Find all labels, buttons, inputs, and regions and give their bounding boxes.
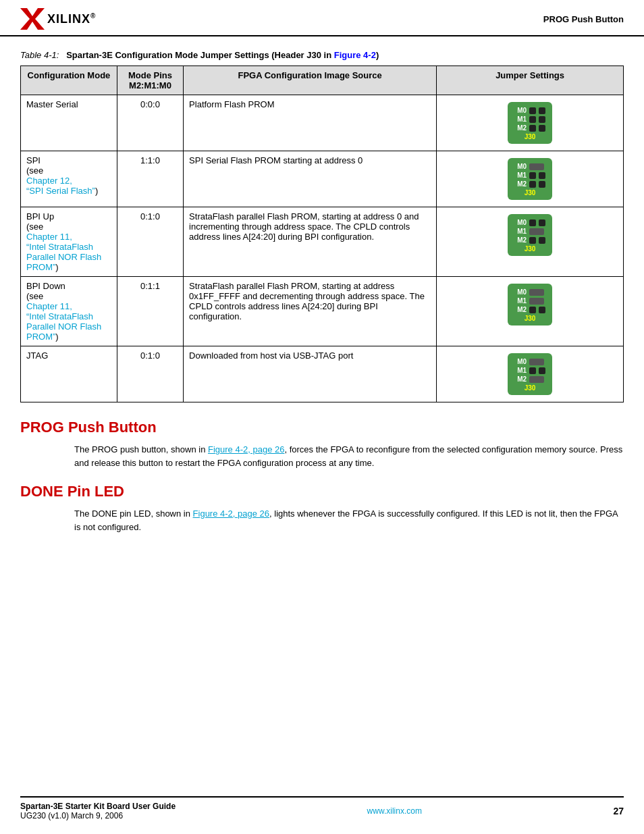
caption-bold: Spartan-3E Configuration Mode Jumper Set… [66, 50, 379, 60]
done-link[interactable]: Figure 4-2, page 26 [193, 509, 269, 519]
xilinx-logo: XILINX® [20, 8, 96, 30]
footer-version: UG230 (v1.0) March 9, 2006 [20, 811, 123, 820]
mode-cell: JTAG [21, 346, 117, 402]
pins-cell: 0:1:0 [117, 346, 183, 402]
logo-text: XILINX® [47, 12, 96, 26]
prog-link[interactable]: Figure 4-2, page 26 [208, 444, 284, 454]
chapter-link[interactable]: Chapter 11,“Intel StrataFlash Parallel N… [26, 301, 101, 342]
chapter-link[interactable]: Chapter 11,“Intel StrataFlash Parallel N… [26, 232, 101, 272]
th-fpga-source: FPGA Configuration Image Source [184, 66, 437, 95]
source-cell: Downloaded from host via USB-JTAG port [184, 346, 437, 402]
jumper-cell: M0 M1 M2 J30 [437, 277, 624, 346]
mode-cell: Master Serial [21, 95, 117, 151]
mode-cell: BPI Up (see Chapter 11,“Intel StrataFlas… [21, 207, 117, 277]
table-row: SPI (see Chapter 12,“SPI Serial Flash”) … [21, 151, 624, 207]
page-header: XILINX® PROG Push Button [0, 0, 644, 36]
caption-link[interactable]: Figure 4-2 [334, 50, 376, 60]
footer-center: www.xilinx.com [367, 806, 422, 816]
page-title: PROG Push Button [543, 14, 624, 24]
footer-page-number: 27 [613, 806, 624, 816]
pins-cell: 1:1:0 [117, 151, 183, 207]
jumper-diagram: M0 M1 M2 J30 [508, 284, 552, 325]
th-jumper-settings: Jumper Settings [437, 66, 624, 95]
th-config-mode: Configuration Mode [21, 66, 117, 95]
svg-marker-0 [20, 8, 45, 30]
table-row: Master Serial 0:0:0 Platform Flash PROM … [21, 95, 624, 151]
caption-italic: Table 4-1: [20, 50, 59, 60]
page-footer: Spartan-3E Starter Kit Board User Guide … [20, 796, 624, 820]
done-heading: DONE Pin LED [20, 483, 624, 500]
table-header-row: Configuration Mode Mode Pins M2:M1:M0 FP… [21, 66, 624, 95]
jumper-diagram: M0 M1 M2 [508, 102, 552, 144]
main-content: Table 4-1: Spartan-3E Configuration Mode… [0, 36, 644, 565]
footer-left: Spartan-3E Starter Kit Board User Guide … [20, 802, 176, 820]
prog-heading: PROG Push Button [20, 419, 624, 436]
footer-website[interactable]: www.xilinx.com [367, 806, 422, 816]
source-cell: StrataFlash parallel Flash PROM, startin… [184, 277, 437, 346]
pins-cell: 0:1:1 [117, 277, 183, 346]
chapter-link[interactable]: Chapter 12,“SPI Serial Flash” [26, 176, 95, 196]
th-mode-pins: Mode Pins M2:M1:M0 [117, 66, 183, 95]
prog-text: The PROG push button, shown in Figure 4-… [74, 443, 624, 469]
pins-cell: 0:1:0 [117, 207, 183, 277]
table-row: BPI Up (see Chapter 11,“Intel StrataFlas… [21, 207, 624, 277]
done-text: The DONE pin LED, shown in Figure 4-2, p… [74, 507, 624, 533]
footer-title: Spartan-3E Starter Kit Board User Guide [20, 802, 176, 811]
jumper-cell: M0 M1 M2 [437, 95, 624, 151]
source-cell: Platform Flash PROM [184, 95, 437, 151]
xilinx-logo-icon [20, 8, 45, 30]
jumper-diagram: M0 M1 M2 J30 [508, 158, 552, 200]
source-cell: SPI Serial Flash PROM starting at addres… [184, 151, 437, 207]
pins-cell: 0:0:0 [117, 95, 183, 151]
jumper-cell: M0 M1 M2 J30 [437, 207, 624, 277]
jumper-diagram: M0 M1 M2 J30 [508, 214, 552, 256]
table-row: BPI Down (see Chapter 11,“Intel StrataFl… [21, 277, 624, 346]
jumper-cell: M0 M1 M2 J30 [437, 346, 624, 402]
source-cell: StrataFlash parallel Flash PROM, startin… [184, 207, 437, 277]
table-row: JTAG 0:1:0 Downloaded from host via USB-… [21, 346, 624, 402]
table-caption: Table 4-1: Spartan-3E Configuration Mode… [20, 50, 624, 60]
mode-cell: BPI Down (see Chapter 11,“Intel StrataFl… [21, 277, 117, 346]
jumper-diagram: M0 M1 M2 J30 [508, 353, 552, 395]
jumper-cell: M0 M1 M2 J30 [437, 151, 624, 207]
config-table: Configuration Mode Mode Pins M2:M1:M0 FP… [20, 66, 624, 402]
mode-cell: SPI (see Chapter 12,“SPI Serial Flash”) [21, 151, 117, 207]
